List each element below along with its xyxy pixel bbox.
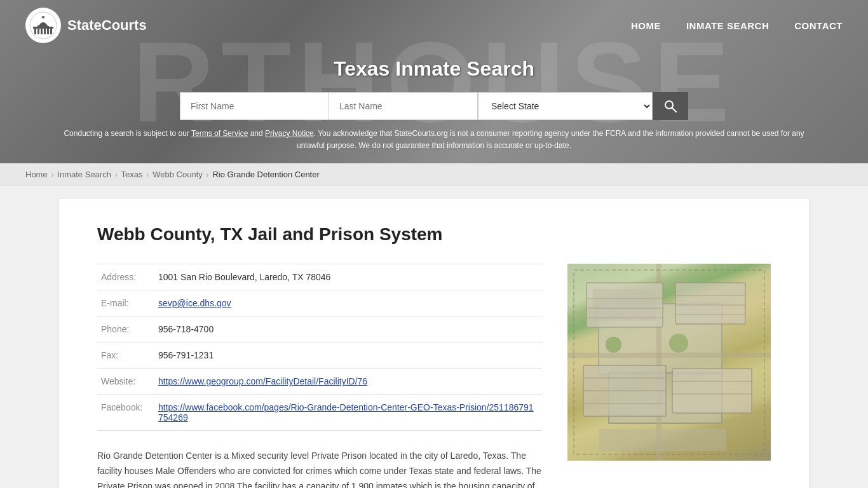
svg-point-9 [665, 101, 673, 109]
page-title: Texas Inmate Search [13, 57, 855, 81]
svg-point-8 [42, 16, 44, 18]
breadcrumb-sep1: › [51, 171, 54, 179]
svg-rect-27 [672, 369, 752, 413]
breadcrumb-sep4: › [207, 171, 209, 179]
website-value: https://www.geogroup.com/FacilityDetail/… [154, 369, 542, 395]
breadcrumb-county[interactable]: Webb County [153, 170, 203, 179]
search-button[interactable] [653, 92, 688, 120]
svg-rect-19 [675, 283, 745, 324]
content-card: Webb County, TX Jail and Prison System A… [59, 199, 809, 488]
disclaimer-text3: . You acknowledge that StateCourts.org i… [297, 129, 804, 150]
address-value: 1001 San Rio Boulevard, Laredo, TX 78046 [154, 264, 542, 290]
svg-rect-15 [593, 289, 656, 321]
address-label: Address: [97, 264, 154, 290]
breadcrumb-sep2: › [115, 171, 118, 179]
svg-rect-7 [33, 27, 53, 29]
nav-links: HOME INMATE SEARCH CONTACT [631, 20, 843, 31]
website-label: Website: [97, 369, 154, 395]
last-name-input[interactable] [329, 92, 478, 120]
logo-link[interactable]: StateCourts [25, 8, 147, 43]
disclaimer: Conducting a search is subject to our Te… [0, 120, 868, 163]
breadcrumb: Home › Inmate Search › Texas › Webb Coun… [0, 163, 868, 186]
svg-line-10 [672, 108, 676, 112]
main-content: Webb County, TX Jail and Prison System A… [0, 186, 868, 488]
table-row: Address: 1001 San Rio Boulevard, Laredo,… [97, 264, 542, 290]
phone-label: Phone: [97, 316, 154, 342]
svg-rect-6 [50, 28, 52, 34]
website-link[interactable]: https://www.geogroup.com/FacilityDetail/… [158, 376, 367, 386]
nav-inmate-search[interactable]: INMATE SEARCH [686, 20, 769, 31]
aerial-photo-bg [567, 264, 771, 461]
disclaimer-text2: and [248, 129, 265, 138]
email-label: E-mail: [97, 290, 154, 316]
breadcrumb-current: Rio Grande Detention Center [212, 170, 319, 179]
logo-svg [29, 11, 57, 39]
table-row: Fax: 956-791-1231 [97, 342, 542, 369]
facebook-label: Facebook: [97, 395, 154, 431]
info-layout: Address: 1001 San Rio Boulevard, Laredo,… [97, 264, 771, 488]
breadcrumb-state[interactable]: Texas [121, 170, 143, 179]
site-name: StateCourts [67, 17, 147, 34]
breadcrumb-home[interactable]: Home [25, 170, 48, 179]
info-table: Address: 1001 San Rio Boulevard, Laredo,… [97, 264, 542, 431]
first-name-input[interactable] [180, 92, 329, 120]
table-row: Phone: 956-718-4700 [97, 316, 542, 342]
facebook-value: https://www.facebook.com/pages/Rio-Grand… [154, 395, 542, 431]
svg-rect-1 [34, 28, 36, 34]
nav-home[interactable]: HOME [631, 20, 661, 31]
svg-rect-12 [567, 353, 771, 358]
privacy-link[interactable]: Privacy Notice [265, 129, 314, 138]
search-icon [664, 100, 677, 112]
facility-description: Rio Grande Detention Center is a Mixed s… [97, 449, 542, 488]
terms-link[interactable]: Terms of Service [191, 129, 248, 138]
email-link[interactable]: sevp@ice.dhs.gov [158, 298, 231, 308]
disclaimer-text1: Conducting a search is subject to our [64, 129, 191, 138]
table-row: Facebook: https://www.facebook.com/pages… [97, 395, 542, 431]
table-row: Website: https://www.geogroup.com/Facili… [97, 369, 542, 395]
phone-value: 956-718-4700 [154, 316, 542, 342]
facebook-link[interactable]: https://www.facebook.com/pages/Rio-Grand… [158, 402, 534, 423]
search-section: Texas Inmate Search Select State Alabama… [0, 51, 868, 120]
email-value: sevp@ice.dhs.gov [154, 290, 542, 316]
fax-label: Fax: [97, 342, 154, 369]
logo-icon [25, 8, 61, 43]
nav-bar: StateCourts HOME INMATE SEARCH CONTACT [0, 0, 868, 51]
breadcrumb-sep3: › [147, 171, 149, 179]
svg-rect-33 [606, 337, 621, 353]
aerial-svg [567, 264, 771, 461]
svg-rect-30 [599, 429, 726, 451]
site-header: RTHOUSE [0, 0, 868, 163]
facility-title: Webb County, TX Jail and Prison System [97, 224, 771, 245]
info-details: Address: 1001 San Rio Boulevard, Laredo,… [97, 264, 542, 488]
state-select[interactable]: Select State AlabamaAlaskaArizona Arkans… [478, 92, 653, 120]
nav-contact[interactable]: CONTACT [794, 20, 843, 31]
table-row: E-mail: sevp@ice.dhs.gov [97, 290, 542, 316]
svg-rect-32 [669, 334, 688, 353]
fax-value: 956-791-1231 [154, 342, 542, 369]
breadcrumb-inmate-search[interactable]: Inmate Search [57, 170, 111, 179]
facility-image [567, 264, 771, 461]
search-form: Select State AlabamaAlaskaArizona Arkans… [180, 92, 688, 120]
